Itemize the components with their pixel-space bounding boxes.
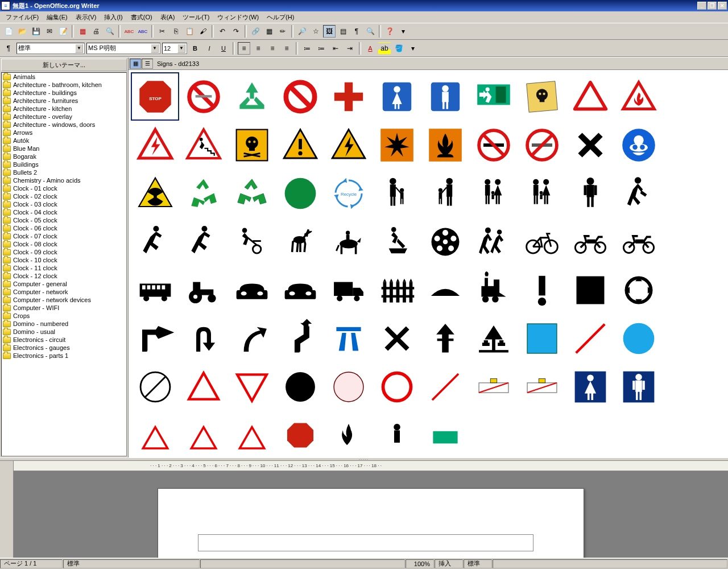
menu-item[interactable]: ヘルプ(H)	[263, 12, 297, 23]
gallery-item-x-cross[interactable]	[373, 314, 421, 362]
gallery-item-woman-wc[interactable]	[566, 362, 614, 411]
theme-list[interactable]: AnimalsArchitecture - bathroom, kitchenA…	[1, 72, 127, 456]
theme-item[interactable]: Clock - 10 clock	[2, 256, 126, 264]
gallery-item-triangle-down[interactable]	[228, 362, 276, 411]
gallery-item-arrow-up[interactable]	[421, 314, 469, 362]
underline-icon[interactable]: U	[217, 42, 230, 55]
gallery-icon[interactable]: 🖼	[323, 25, 336, 38]
gallery-item-recycle-green[interactable]	[179, 169, 228, 217]
gallery-item-adult-child-alt[interactable]	[421, 169, 469, 217]
menu-item[interactable]: 表(A)	[157, 12, 179, 23]
gallery-item-motorway[interactable]	[324, 314, 373, 362]
align-justify-icon[interactable]: ≡	[280, 42, 293, 55]
gallery-item-radiation[interactable]	[131, 169, 179, 217]
undo-icon[interactable]: ↶	[216, 25, 229, 38]
nonprint-icon[interactable]: ¶	[350, 25, 363, 38]
datasources-icon[interactable]: ▤	[337, 25, 349, 38]
find-icon[interactable]: 🔎	[296, 25, 308, 38]
theme-item[interactable]: Architecture - windows, doors	[2, 121, 126, 129]
menu-item[interactable]: ファイル(F)	[2, 12, 42, 23]
gallery-item-moped[interactable]	[614, 217, 663, 266]
menu-item[interactable]: ツール(T)	[179, 12, 213, 23]
theme-item[interactable]: Clock - 09 clock	[2, 248, 126, 256]
gallery-item-man-wc[interactable]	[614, 362, 663, 411]
theme-item[interactable]: Architecture - buildings	[2, 89, 126, 97]
gallery-item-no-smoking[interactable]	[469, 121, 518, 169]
gallery-item-roadwork-sign[interactable]	[469, 362, 518, 411]
paste-icon[interactable]: 📋	[183, 25, 196, 38]
theme-item[interactable]: Architecture - kitchen	[2, 105, 126, 113]
gallery-item-blue-circle[interactable]	[614, 314, 663, 362]
status-std[interactable]: 標準	[464, 559, 492, 568]
gallery-item-family[interactable]	[469, 169, 518, 217]
gallery-item-roadwork-sign-2[interactable]	[518, 362, 566, 411]
theme-item[interactable]: Electronics - parts 1	[2, 352, 126, 360]
gallery-item-blank[interactable]	[566, 411, 614, 457]
gallery-item-green-sign[interactable]	[421, 411, 469, 457]
theme-item[interactable]: Bogarak	[2, 152, 126, 160]
theme-item[interactable]: Clock - 05 clock	[2, 216, 126, 224]
gallery-item-warning-triangle[interactable]	[276, 121, 324, 169]
gallery-item-family-alt[interactable]	[518, 169, 566, 217]
theme-item[interactable]: Clock - 04 clock	[2, 208, 126, 216]
gallery-item-fence[interactable]	[373, 266, 421, 314]
menu-item[interactable]: 挿入(I)	[101, 12, 126, 23]
gallery-item-adult-child[interactable]	[373, 169, 421, 217]
gallery-item-deer[interactable]	[276, 217, 324, 266]
gallery-item-person[interactable]	[566, 169, 614, 217]
gallery-item-red-cross-3d[interactable]	[324, 72, 373, 121]
gallery-item-train[interactable]	[469, 266, 518, 314]
cut-icon[interactable]: ✂	[156, 25, 168, 38]
list-view-button[interactable]: ☰	[142, 59, 153, 69]
gallery-item-triangle-up[interactable]	[179, 362, 228, 411]
gallery-item-fire-orange[interactable]	[421, 121, 469, 169]
gallery-item-red-ring[interactable]	[373, 362, 421, 411]
email-icon[interactable]: ✉	[43, 25, 56, 38]
fmt-overflow-icon[interactable]: ▾	[407, 42, 419, 55]
gallery-item-circle-slash[interactable]	[131, 362, 179, 411]
format-paint-icon[interactable]: 🖌	[197, 25, 209, 38]
gallery-item-runner-alt[interactable]	[179, 217, 228, 266]
gallery-item-blank[interactable]	[614, 411, 663, 457]
theme-item[interactable]: Chemistry - Amino acids	[2, 176, 126, 184]
gallery-item-emergency-exit-3d[interactable]	[469, 72, 518, 121]
copy-icon[interactable]: ⎘	[169, 25, 182, 38]
gallery-item-man-sign-3d[interactable]	[421, 72, 469, 121]
document-page[interactable]	[158, 488, 584, 558]
pdf-icon[interactable]: ▦	[76, 25, 89, 38]
menu-item[interactable]: 編集(E)	[43, 12, 71, 23]
gallery-item-recycle-3d[interactable]	[228, 72, 276, 121]
menu-item[interactable]: 書式(O)	[127, 12, 156, 23]
gallery-item-voltage-triangle[interactable]	[324, 121, 373, 169]
highlight-icon[interactable]: ab	[378, 42, 391, 55]
toolbar-overflow-icon[interactable]: ▾	[397, 25, 410, 38]
gallery-item-roundabout[interactable]	[614, 266, 663, 314]
theme-item[interactable]: Arrows	[2, 129, 126, 137]
gallery-item-voltage-warning-3d[interactable]	[131, 121, 179, 169]
theme-item[interactable]: Clock - 12 clock	[2, 272, 126, 280]
edit-icon[interactable]: 📝	[57, 25, 69, 38]
spellcheck-icon[interactable]: ABC	[123, 25, 135, 38]
show-draw-icon[interactable]: ✏	[276, 25, 289, 38]
bg-color-icon[interactable]: 🪣	[392, 42, 405, 55]
align-center-icon[interactable]: ≡	[252, 42, 264, 55]
gallery-item-truck[interactable]	[324, 266, 373, 314]
gallery-item-red-slash[interactable]	[566, 314, 614, 362]
gallery-item-film-reel[interactable]	[421, 217, 469, 266]
gallery-item-bus[interactable]	[131, 266, 179, 314]
theme-item[interactable]: Architecture - furnitures	[2, 97, 126, 105]
gallery-item-triangle-partial-2[interactable]	[179, 411, 228, 457]
gallery-item-bump[interactable]	[421, 266, 469, 314]
number-list-icon[interactable]: ≔	[301, 42, 313, 55]
gallery-item-runner[interactable]	[131, 217, 179, 266]
theme-item[interactable]: Clock - 03 clock	[2, 200, 126, 208]
gallery-icon-grid[interactable]: STOPRecycle	[129, 70, 728, 457]
text-frame[interactable]	[198, 534, 533, 551]
gallery-item-motorcycle[interactable]	[566, 217, 614, 266]
gallery-item-recycle-outline[interactable]	[228, 169, 276, 217]
font-size-combo[interactable]: 12▼	[162, 43, 187, 54]
table-icon[interactable]: ▦	[263, 25, 275, 38]
gallery-item-car-front-alt[interactable]	[276, 266, 324, 314]
theme-item[interactable]: Clock - 01 clock	[2, 184, 126, 192]
gallery-item-prohibition-3d[interactable]	[276, 72, 324, 121]
